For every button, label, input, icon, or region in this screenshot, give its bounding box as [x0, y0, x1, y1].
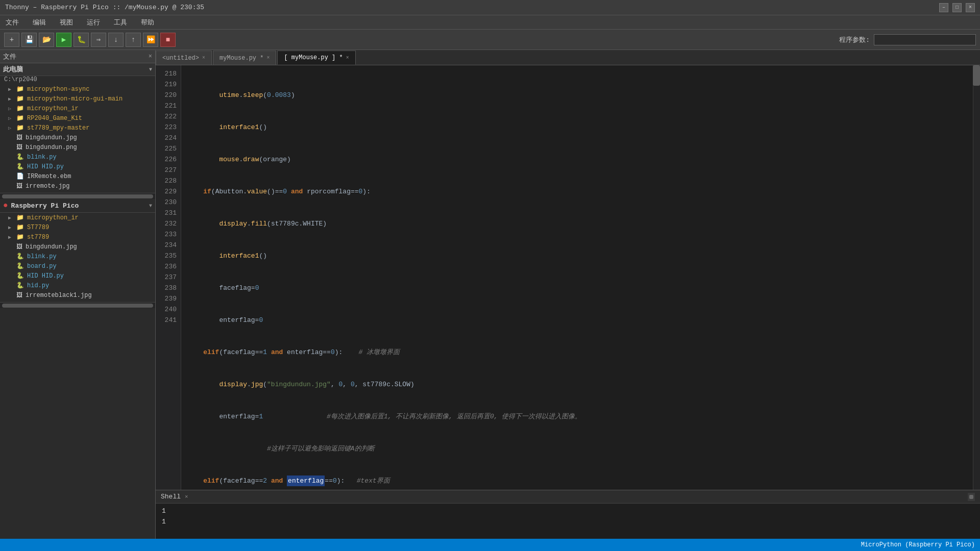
tree-item-rpi-hid-lower-py[interactable]: 🐍 hid.py	[0, 281, 155, 290]
tab-close-untitled[interactable]: ×	[202, 55, 205, 61]
menu-file[interactable]: 文件	[3, 17, 22, 28]
tree-item-micropython-async[interactable]: ▶ 📁 micropython-async	[0, 84, 155, 94]
tree-item-rpi-board-py[interactable]: 🐍 board.py	[0, 261, 155, 271]
line-num-221: 221	[156, 101, 177, 111]
tab-mymouse-bracket[interactable]: [ myMouse.py ] * ×	[277, 51, 355, 65]
expand-icon: ▶	[8, 215, 13, 221]
menu-run[interactable]: 运行	[84, 17, 103, 28]
resume-button[interactable]: ⏩	[143, 33, 158, 47]
expand-icon: ▷	[8, 125, 13, 131]
debug-button[interactable]: 🐛	[74, 33, 89, 47]
line-num-225: 225	[156, 143, 177, 154]
line-num-232: 232	[156, 218, 177, 229]
tab-mymouse[interactable]: myMouse.py * ×	[213, 51, 276, 65]
tree-item-hid-py[interactable]: 🐍 HID HID.py	[0, 162, 155, 171]
shell-line-2: 1	[162, 516, 974, 527]
tree-item-label: blink.py	[27, 253, 57, 260]
folder-icon: 📁	[16, 214, 24, 221]
program-params-label: 程序参数:	[839, 35, 870, 44]
file-icon: 🐍	[16, 262, 24, 270]
local-tree-header[interactable]: 此电脑 ▼	[0, 63, 155, 76]
file-panel-close[interactable]: ×	[149, 53, 152, 60]
line-num-234: 234	[156, 240, 177, 251]
tab-untitled[interactable]: <untitled> ×	[156, 51, 212, 65]
menubar: 文件 编辑 视图 运行 工具 帮助	[0, 15, 980, 30]
line-num-236: 236	[156, 261, 177, 272]
tree-item-rpi-micropython-ir[interactable]: ▶ 📁 micropython_ir	[0, 213, 155, 222]
load-button[interactable]: 📂	[39, 33, 54, 47]
close-button[interactable]: ×	[966, 3, 975, 12]
code-line-225: enterflag=0	[187, 315, 973, 325]
menu-edit[interactable]: 编辑	[30, 17, 49, 28]
file-icon: 🐍	[16, 253, 24, 260]
menu-view[interactable]: 视图	[57, 17, 76, 28]
step-out-button[interactable]: ↑	[126, 33, 141, 47]
save-button[interactable]: 💾	[21, 33, 37, 47]
editor-scrollbar[interactable]	[973, 65, 980, 490]
tree-item-label: RP2040_Game_Kit	[27, 115, 82, 122]
rpi-icon: ●	[3, 201, 8, 210]
file-icon: 🐍	[16, 153, 24, 161]
tree-item-micropython-ir[interactable]: ▷ 📁 micropython_ir	[0, 104, 155, 113]
tree-item-label: micropython-micro-gui-main	[27, 95, 122, 103]
tree-item-rp2040-game-kit[interactable]: ▷ 📁 RP2040_Game_Kit	[0, 113, 155, 123]
tree-item-label: micropython-async	[27, 86, 89, 93]
tree-item-label: ST7789	[27, 224, 49, 231]
folder-icon: 📁	[16, 95, 24, 103]
tree-item-st7789-mpy[interactable]: ▷ 📁 st7789_mpy-master	[0, 123, 155, 133]
local-tree-section: 此电脑 ▼ C:\rp2040 ▶ 📁 micropython-async ▶ …	[0, 63, 155, 551]
rpi-tree-header[interactable]: ● Raspberry Pi Pico ▼	[0, 199, 155, 213]
tab-close-mymouse-bracket[interactable]: ×	[346, 55, 349, 61]
expand-icon: ▶	[8, 86, 13, 92]
folder-icon: 📁	[16, 114, 24, 122]
tab-close-mymouse[interactable]: ×	[266, 55, 270, 61]
shell-close[interactable]: ×	[185, 494, 188, 500]
tree-item-label: irremote.jpg	[26, 183, 69, 190]
line-num-226: 226	[156, 154, 177, 165]
file-icon: 🖼	[16, 182, 22, 190]
stop-button[interactable]: ■	[160, 33, 176, 47]
menu-tools[interactable]: 工具	[111, 17, 130, 28]
minimize-button[interactable]: –	[939, 3, 948, 12]
menu-help[interactable]: 帮助	[138, 17, 157, 28]
code-line-224: faceflag=0	[187, 283, 973, 293]
run-button[interactable]: ▶	[56, 33, 71, 47]
tree-item-label: st7789_mpy-master	[27, 124, 89, 132]
tree-item-label: micropython_ir	[27, 105, 79, 112]
tree-item-blink-py[interactable]: 🐍 blink.py	[0, 152, 155, 162]
titlebar-controls: – □ ×	[939, 3, 975, 12]
expand-icon: ▶	[8, 224, 13, 231]
tree-item-label: irremoteblack1.jpg	[26, 292, 92, 299]
local-header-label: 此电脑	[3, 65, 149, 74]
tree-item-bingdundun-png[interactable]: 🖼 bingdundun.png	[0, 142, 155, 152]
folder-icon: 📁	[16, 85, 24, 93]
tree-item-irremote-jpg[interactable]: 🖼 irremote.jpg	[0, 181, 155, 191]
tree-item-rpi-bingdundun-jpg[interactable]: 🖼 bingdundun.jpg	[0, 242, 155, 252]
tree-item-rpi-st7789-lower[interactable]: ▶ 📁 st7789	[0, 232, 155, 242]
tab-label: [ myMouse.py ] *	[284, 54, 342, 61]
line-num-219: 219	[156, 79, 177, 90]
tree-item-rpi-hid-py[interactable]: 🐍 HID HID.py	[0, 271, 155, 281]
tree-item-irremote-ebm[interactable]: 📄 IRRemote.ebm	[0, 171, 155, 181]
code-container: 218 219 220 221 222 223 224 225 226 227 …	[156, 65, 980, 490]
tree-item-rpi-irremoteblack-jpg[interactable]: 🖼 irremoteblack1.jpg	[0, 290, 155, 300]
tree-item-micropython-micro-gui[interactable]: ▶ 📁 micropython-micro-gui-main	[0, 94, 155, 104]
line-num-230: 230	[156, 197, 177, 208]
tree-item-rpi-blink-py[interactable]: 🐍 blink.py	[0, 252, 155, 261]
file-panel-label: 文件	[3, 52, 16, 61]
line-num-227: 227	[156, 165, 177, 176]
step-into-button[interactable]: ↓	[108, 33, 124, 47]
program-params-area: 程序参数:	[839, 34, 976, 45]
line-num-220: 220	[156, 90, 177, 101]
line-num-241: 241	[156, 315, 177, 325]
line-num-231: 231	[156, 208, 177, 218]
tree-item-bingdundun-jpg[interactable]: 🖼 bingdundun.jpg	[0, 133, 155, 142]
maximize-button[interactable]: □	[952, 3, 962, 12]
tab-label: myMouse.py *	[219, 55, 263, 62]
new-button[interactable]: +	[4, 33, 19, 47]
program-params-input[interactable]	[874, 34, 976, 45]
step-over-button[interactable]: ⇒	[91, 33, 106, 47]
shell-line-1: 1	[162, 506, 974, 516]
tree-item-rpi-st7789-upper[interactable]: ▶ 📁 ST7789	[0, 222, 155, 232]
code-content[interactable]: utime.sleep(0.0083) interface1() mouse.d…	[181, 65, 973, 490]
